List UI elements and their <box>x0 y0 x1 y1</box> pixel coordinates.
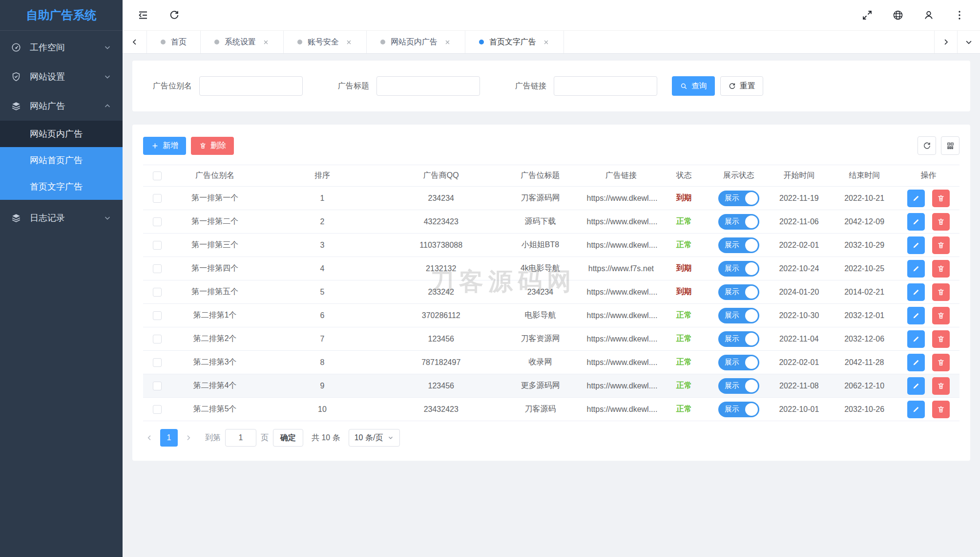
edit-row-button[interactable] <box>907 330 925 348</box>
topbar-right <box>861 9 965 21</box>
delete-row-button[interactable] <box>932 330 950 348</box>
display-toggle[interactable]: 展示 <box>718 284 759 300</box>
goto-confirm-button[interactable]: 确定 <box>273 429 303 447</box>
ad-slot-name-input[interactable] <box>199 76 303 96</box>
close-icon[interactable] <box>345 39 353 46</box>
delete-row-button[interactable] <box>932 260 950 278</box>
tabs-menu-button[interactable] <box>957 31 980 53</box>
next-page-button[interactable] <box>182 429 195 447</box>
delete-row-button[interactable] <box>932 354 950 371</box>
page-size-select[interactable]: 10 条/页 <box>349 429 400 447</box>
row-checkbox[interactable] <box>153 405 162 414</box>
globe-icon[interactable] <box>892 9 904 21</box>
trash-icon <box>937 405 945 414</box>
tab-site-page-ads[interactable]: 网站页内广告 <box>367 31 465 53</box>
sidebar-item-workspace[interactable]: 工作空间 <box>0 33 123 62</box>
row-checkbox[interactable] <box>153 358 162 367</box>
cell-link: https://www.dkewl.... <box>585 351 658 374</box>
row-checkbox[interactable] <box>153 311 162 320</box>
edit-row-button[interactable] <box>907 236 925 254</box>
edit-row-button[interactable] <box>907 213 925 231</box>
table-refresh-button[interactable] <box>917 136 936 155</box>
column-settings-button[interactable] <box>941 136 959 155</box>
chevron-up-icon <box>103 102 112 110</box>
select-all-checkbox[interactable] <box>153 171 162 180</box>
close-icon[interactable] <box>262 39 270 46</box>
row-checkbox[interactable] <box>153 288 162 297</box>
display-toggle[interactable]: 展示 <box>718 355 759 370</box>
page-number-button[interactable]: 1 <box>160 429 178 447</box>
sidebar-item-logs[interactable]: 日志记录 <box>0 203 123 233</box>
goto-page-input[interactable] <box>225 429 256 447</box>
reset-button[interactable]: 重置 <box>720 76 763 96</box>
display-toggle[interactable]: 展示 <box>718 214 759 230</box>
tabs-scroll-right-button[interactable] <box>934 31 957 53</box>
add-button[interactable]: 新增 <box>143 137 186 155</box>
more-vertical-icon[interactable] <box>954 9 965 21</box>
delete-row-button[interactable] <box>932 307 950 324</box>
ad-title-input[interactable] <box>376 76 480 96</box>
delete-row-button[interactable] <box>932 213 950 231</box>
close-icon[interactable] <box>542 39 550 46</box>
row-checkbox[interactable] <box>153 217 162 226</box>
prev-page-button[interactable] <box>143 429 156 447</box>
cell-slot-name: 第一排第五个 <box>172 280 258 304</box>
status-badge: 正常 <box>676 405 692 413</box>
tab-system-settings[interactable]: 系统设置 <box>201 31 284 53</box>
tab-home-text-ads[interactable]: 首页文字广告 <box>465 31 564 53</box>
edit-row-button[interactable] <box>907 190 925 207</box>
row-checkbox[interactable] <box>153 194 162 203</box>
display-toggle[interactable]: 展示 <box>718 237 759 253</box>
cell-sort: 6 <box>258 304 387 327</box>
display-toggle[interactable]: 展示 <box>718 402 759 417</box>
edit-row-button[interactable] <box>907 260 925 278</box>
user-icon[interactable] <box>923 9 935 21</box>
edit-row-button[interactable] <box>907 401 925 418</box>
delete-row-button[interactable] <box>932 283 950 301</box>
delete-row-button[interactable] <box>932 236 950 254</box>
row-checkbox[interactable] <box>153 382 162 390</box>
sidebar-subitem-home-text-ads[interactable]: 首页文字广告 <box>0 173 123 200</box>
ad-link-input[interactable] <box>554 76 657 96</box>
column-header-display-status: 展示状态 <box>710 165 767 187</box>
cell-start-time: 2022-10-01 <box>767 398 831 421</box>
edit-row-button[interactable] <box>907 307 925 324</box>
display-toggle[interactable]: 展示 <box>718 308 759 323</box>
row-checkbox[interactable] <box>153 264 162 273</box>
table-row: 第一排第一个 1 234234 刀客源码网 https://www.dkewl.… <box>143 187 959 210</box>
delete-row-button[interactable] <box>932 190 950 207</box>
tabs-scroll-left-button[interactable] <box>123 31 147 53</box>
edit-row-button[interactable] <box>907 354 925 371</box>
toggle-knob <box>745 380 758 392</box>
sidebar-subitem-home-ads[interactable]: 网站首页广告 <box>0 147 123 173</box>
trash-icon <box>937 358 945 367</box>
display-toggle[interactable]: 展示 <box>718 191 759 206</box>
row-checkbox[interactable] <box>153 335 162 343</box>
bulk-delete-button[interactable]: 删除 <box>191 137 234 155</box>
tab-home[interactable]: 首页 <box>147 31 201 53</box>
row-checkbox[interactable] <box>153 241 162 250</box>
refresh-icon[interactable] <box>168 9 180 21</box>
display-toggle[interactable]: 展示 <box>718 378 759 394</box>
display-toggle[interactable]: 展示 <box>718 261 759 277</box>
delete-row-button[interactable] <box>932 401 950 418</box>
edit-row-button[interactable] <box>907 283 925 301</box>
sidebar-item-site-settings[interactable]: 网站设置 <box>0 62 123 91</box>
cell-qq: 233242 <box>386 280 496 304</box>
tab-account-security[interactable]: 账号安全 <box>284 31 367 53</box>
close-icon[interactable] <box>444 39 451 46</box>
display-toggle[interactable]: 展示 <box>718 331 759 347</box>
query-button[interactable]: 查询 <box>672 76 715 96</box>
sidebar-item-site-ads[interactable]: 网站广告 <box>0 91 123 121</box>
table-body: 第一排第一个 1 234234 刀客源码网 https://www.dkewl.… <box>143 187 959 421</box>
tabbar: 首页 系统设置 账号安全 网站页内广告 <box>123 30 980 54</box>
table-row: 第二排第1个 6 370286112 电影导航 https://www.dkew… <box>143 304 959 327</box>
trash-icon <box>937 194 945 203</box>
edit-row-button[interactable] <box>907 377 925 395</box>
sidebar-item-label: 日志记录 <box>30 212 103 224</box>
fullscreen-icon[interactable] <box>861 9 873 21</box>
sidebar-subitem-page-ads[interactable]: 网站页内广告 <box>0 121 123 147</box>
delete-row-button[interactable] <box>932 377 950 395</box>
collapse-sidebar-icon[interactable] <box>137 9 149 21</box>
tabbar-controls <box>934 31 980 53</box>
